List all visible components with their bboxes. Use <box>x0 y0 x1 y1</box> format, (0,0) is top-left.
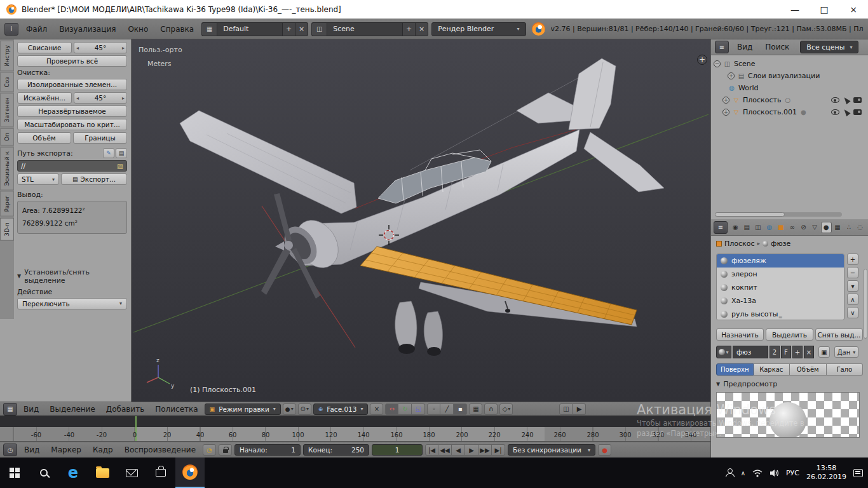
folder-icon[interactable]: ▨ <box>117 162 123 170</box>
next-keyframe-button[interactable]: ▶▶ <box>478 444 492 456</box>
view3d-menu-add[interactable]: Добавить <box>102 405 149 414</box>
mode-dropdown[interactable]: ▣Режим правки▾ <box>205 403 281 415</box>
tab-world-icon[interactable]: ◍ <box>764 222 775 233</box>
tab-render-layers-icon[interactable]: ▤ <box>742 222 752 233</box>
tab-3d-print[interactable]: 3D-п <box>0 218 14 241</box>
translate-manipulator-icon[interactable]: ↔ <box>385 403 398 415</box>
material-slot-item[interactable]: Ха-13а <box>717 294 844 308</box>
tab-data-icon[interactable]: ▽ <box>810 222 820 233</box>
slot-add-button[interactable]: + <box>847 254 858 265</box>
breadcrumb-object[interactable]: Плоскос <box>724 240 755 248</box>
properties-editor-type-icon[interactable]: ≡ <box>714 221 728 234</box>
face-select-icon[interactable]: ▪ <box>454 403 467 415</box>
current-frame-indicator[interactable] <box>135 416 137 427</box>
occlude-geometry-icon[interactable]: ▦ <box>469 403 482 415</box>
minimize-button[interactable]: — <box>780 0 810 18</box>
select-button[interactable]: Выделить <box>766 329 813 341</box>
tab-physics-icon[interactable]: ◌ <box>855 222 865 233</box>
scene-delete-button[interactable]: × <box>416 22 428 36</box>
aircraft-model[interactable] <box>180 58 664 356</box>
wifi-icon[interactable] <box>752 469 763 477</box>
bounds-button[interactable]: Границы <box>73 132 127 144</box>
tab-render-icon[interactable]: ◉ <box>730 222 741 233</box>
tab-texture-icon[interactable]: ▦ <box>832 222 843 233</box>
action-dropdown[interactable]: Переключить▾ <box>17 298 127 309</box>
link-dropdown[interactable]: Дан▾ <box>834 346 858 358</box>
npanel-expand-button[interactable]: + <box>697 55 707 65</box>
opengl-render-anim-button[interactable]: ▶ <box>573 403 586 415</box>
make-manifold-button[interactable]: Неразвёртываемое <box>17 105 127 117</box>
outliner-h-scrollbar[interactable] <box>715 212 842 217</box>
tab-shading[interactable]: Затенен <box>0 93 14 126</box>
jump-to-end-button[interactable]: ▶| <box>492 444 505 456</box>
people-icon[interactable] <box>725 468 734 477</box>
scene-name[interactable]: Scene <box>327 22 403 36</box>
outliner-menu-search[interactable]: Поиск <box>761 43 794 51</box>
layout-add-button[interactable]: + <box>283 22 295 36</box>
breadcrumb-material[interactable]: фюзе <box>771 240 790 248</box>
nodes-icon-button[interactable]: ▣ <box>818 346 830 358</box>
preview-range-icon[interactable]: ◔ <box>203 444 216 456</box>
tab-sketch[interactable]: Эскизный к <box>0 147 14 190</box>
tab-tools[interactable]: Инстру <box>0 41 14 71</box>
slot-move-down-button[interactable]: ∨ <box>847 307 858 318</box>
type-volume-button[interactable]: Объём <box>790 363 827 376</box>
taskbar-blender-button[interactable] <box>175 458 205 488</box>
info-editor-type-icon[interactable]: i <box>4 23 18 36</box>
outliner-row-plane[interactable]: + ▽ Плоскость ○ <box>714 94 865 106</box>
slot-move-up-button[interactable]: ∧ <box>847 294 858 305</box>
type-halo-button[interactable]: Гало <box>827 363 864 376</box>
layout-name[interactable]: Default <box>217 22 283 36</box>
expand-icon[interactable]: + <box>722 109 729 116</box>
material-slot-item[interactable]: фюзеляж <box>717 254 844 268</box>
current-frame-field[interactable]: 1 <box>372 444 423 456</box>
selectability-cursor-icon[interactable] <box>842 108 850 117</box>
file-icon[interactable]: ▤ <box>116 148 127 158</box>
outliner-row-world[interactable]: ◍ World <box>714 82 865 94</box>
material-name-field[interactable]: фюз <box>733 346 768 358</box>
scene-add-button[interactable]: + <box>403 22 416 36</box>
renderability-camera-icon[interactable] <box>853 109 862 115</box>
tab-object-icon[interactable]: ■ <box>775 222 786 233</box>
check-all-button[interactable]: Проверить всё <box>17 55 127 67</box>
outliner-display-filter[interactable]: Все сцены▾ <box>800 41 858 53</box>
timeline-menu-marker[interactable]: Маркер <box>46 445 86 454</box>
type-surface-button[interactable]: Поверхн <box>716 363 754 376</box>
unlink-material-button[interactable]: × <box>804 346 814 358</box>
tab-modifiers-icon[interactable]: ⊘ <box>798 222 809 233</box>
tab-material-icon[interactable]: ● <box>821 222 832 233</box>
scale-to-button[interactable]: Масштабировать по крит... <box>17 119 127 130</box>
timeline-menu-view[interactable]: Вид <box>20 445 44 454</box>
outliner-row-plane001[interactable]: + ▽ Плоскость.001 ● <box>714 106 865 118</box>
expand-icon[interactable]: + <box>728 72 735 79</box>
jump-to-start-button[interactable]: |◀ <box>425 444 438 456</box>
play-reverse-button[interactable]: ◀ <box>452 444 465 456</box>
av-sync-dropdown[interactable]: Без синхронизации▾ <box>508 444 595 456</box>
material-slot-item[interactable]: кокпит <box>717 281 844 294</box>
view3d-menu-view[interactable]: Вид <box>19 405 43 414</box>
taskbar-search-button[interactable] <box>29 458 58 488</box>
play-button[interactable]: ▶ <box>465 444 478 456</box>
render-engine-dropdown[interactable]: Рендер Blender▾ <box>431 22 526 36</box>
visibility-eye-icon[interactable] <box>831 109 839 115</box>
edge-select-icon[interactable]: ╱ <box>440 403 454 415</box>
snap-element-dropdown[interactable]: ◇▾ <box>499 403 513 415</box>
notification-center-icon[interactable] <box>853 469 863 477</box>
selectability-cursor-icon[interactable] <box>842 96 850 105</box>
distorted-angle-field[interactable]: ◂45°▸ <box>74 92 127 104</box>
screen-layout-selector[interactable]: ▦ Default + × <box>201 22 308 36</box>
volume-button[interactable]: Объём <box>17 132 71 144</box>
transform-orientation-dropdown[interactable]: ⊕Face.013▾ <box>313 403 369 415</box>
frame-end-field[interactable]: Конец:250 <box>303 444 369 456</box>
menu-file[interactable]: Файл <box>22 25 51 34</box>
tray-expand-icon[interactable]: ∧ <box>741 470 745 477</box>
rotate-manipulator-icon[interactable]: ↻ <box>398 403 412 415</box>
tab-paper[interactable]: Paper <box>0 191 14 217</box>
window-titlebar[interactable]: Blender* [D:\МОИ МОДЕЛИ\AIR\Tachikawa Ki… <box>0 0 868 19</box>
outliner-row-scene[interactable]: − ◫ Scene <box>714 58 865 70</box>
users-count-button[interactable]: 2 <box>770 346 780 358</box>
list-resize-grip[interactable]: ≡ <box>778 316 783 320</box>
properties-scrollbar[interactable] <box>864 269 867 339</box>
prev-keyframe-button[interactable]: ◀◀ <box>438 444 452 456</box>
maximize-button[interactable]: □ <box>810 0 839 18</box>
